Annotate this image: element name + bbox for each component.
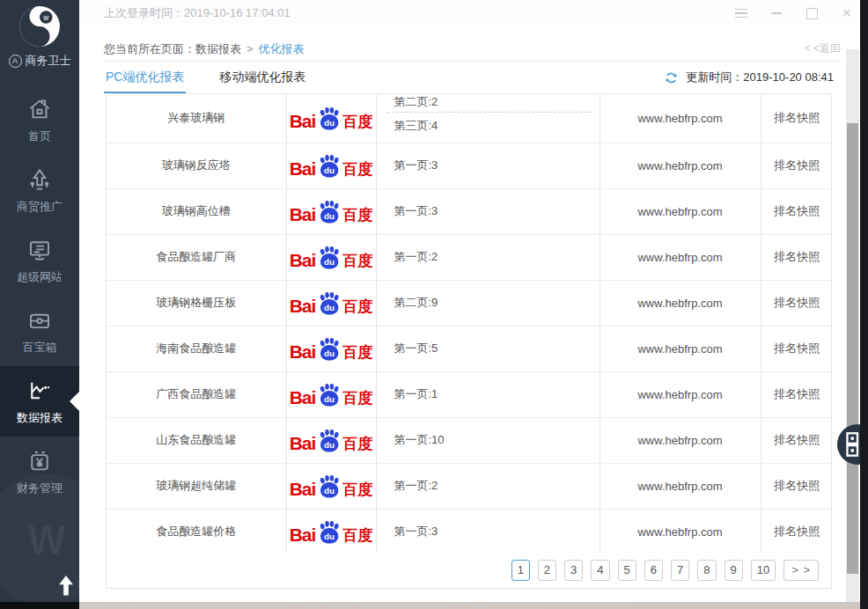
brand-label: 商务卫士 <box>26 53 71 69</box>
scrollbar-track[interactable] <box>846 49 859 602</box>
table-row: 玻璃钢反应塔Baidu百度第一页:3www.hebfrp.com排名快照 <box>107 143 833 188</box>
scrollbar-thumb[interactable] <box>847 123 858 574</box>
rank-cell: 第二页:9 <box>376 280 600 326</box>
snapshot-link[interactable]: 排名快照 <box>761 280 833 326</box>
collapse-up-arrow-icon[interactable] <box>58 576 74 595</box>
sidebar-item-label: 百宝箱 <box>23 340 57 356</box>
baidu-bai-text: Bai <box>290 112 316 130</box>
baidu-bai-text: Bai <box>290 159 316 178</box>
snapshot-link[interactable]: 排名快照 <box>761 371 833 417</box>
table-row: 玻璃钢高位槽Baidu百度第一页:3www.hebfrp.com排名快照 <box>107 188 833 234</box>
page-next-button[interactable]: > > <box>783 560 819 581</box>
sidebar-nav: 首页商贸推广超级网站百宝箱数据报表财务管理 <box>0 84 79 507</box>
page-button-7[interactable]: 7 <box>671 560 689 581</box>
page-button-2[interactable]: 2 <box>538 560 556 581</box>
baidu-paw-icon: du <box>317 154 341 180</box>
screen-edge-right <box>860 0 868 609</box>
sidebar-item-home[interactable]: 首页 <box>0 84 79 155</box>
keyword-cell: 玻璃钢反应塔 <box>107 143 286 188</box>
svg-text:du: du <box>324 117 335 127</box>
breadcrumb-current[interactable]: 优化报表 <box>259 42 305 55</box>
baidu-logo: Baidu百度 <box>290 106 373 130</box>
table-row: 玻璃钢格栅压板Baidu百度第二页:9www.hebfrp.com排名快照 <box>107 280 833 326</box>
baidu-paw-icon: du <box>317 200 341 225</box>
search-engine-cell: Baidu百度 <box>286 234 376 280</box>
baidu-cn-text: 百度 <box>342 208 372 223</box>
last-login-time: 上次登录时间：2019-10-16 17:04:01 <box>104 5 291 21</box>
refresh-icon[interactable] <box>664 70 679 85</box>
table-row: 食品酿造罐厂商Baidu百度第一页:2www.hebfrp.com排名快照 <box>107 234 833 280</box>
snapshot-link[interactable]: 排名快照 <box>761 463 833 509</box>
snapshot-link[interactable]: 排名快照 <box>761 143 833 188</box>
website-cell: www.hebfrp.com <box>600 234 761 280</box>
sidebar-item-promotion[interactable]: 商贸推广 <box>0 155 79 225</box>
snapshot-link[interactable]: 排名快照 <box>761 188 833 234</box>
window-menu-icon[interactable] <box>735 7 747 19</box>
baidu-cn-text: 百度 <box>342 437 372 451</box>
svg-text:du: du <box>324 485 335 495</box>
sidebar-item-label: 商贸推广 <box>17 199 63 215</box>
baidu-bai-text: Bai <box>290 342 316 361</box>
keyword-cell: 海南食品酿造罐 <box>107 326 286 371</box>
page-button-6[interactable]: 6 <box>644 560 663 581</box>
page-button-1[interactable]: 1 <box>511 560 530 581</box>
back-link[interactable]: < <返回 <box>805 41 841 56</box>
snapshot-link[interactable]: 排名快照 <box>761 417 833 463</box>
table-row: 海南食品酿造罐Baidu百度第一页:5www.hebfrp.com排名快照 <box>107 326 833 371</box>
svg-text:du: du <box>324 439 335 449</box>
snapshot-link[interactable]: 排名快照 <box>761 234 833 280</box>
rank-cell: 第一页:10 <box>376 417 600 463</box>
rank-cell: 第一页:3 <box>376 188 600 234</box>
baidu-cn-text: 百度 <box>342 482 372 497</box>
website-cell: www.hebfrp.com <box>600 143 761 188</box>
snapshot-link[interactable]: 排名快照 <box>761 509 833 554</box>
search-engine-cell: Baidu百度 <box>286 509 376 554</box>
website-cell: www.hebfrp.com <box>600 188 761 234</box>
baidu-bai-text: Bai <box>290 388 316 407</box>
sidebar-item-report[interactable]: 数据报表 <box>0 366 79 437</box>
svg-text:du: du <box>324 348 335 357</box>
website-cell: www.hebfrp.com <box>600 280 761 326</box>
window-minimize-icon[interactable] <box>770 7 783 19</box>
keyword-cell: 玻璃钢超纯储罐 <box>107 463 286 509</box>
page-button-8[interactable]: 8 <box>697 560 716 581</box>
baidu-paw-icon: du <box>317 383 341 408</box>
baidu-bai-text: Bai <box>290 297 316 315</box>
tab-pc-report[interactable]: PC端优化报表 <box>104 65 186 93</box>
page-button-3[interactable]: 3 <box>564 560 583 581</box>
main-content: 您当前所在页面：数据报表>优化报表 < <返回 PC端优化报表移动端优化报表 更… <box>79 26 860 602</box>
page-button-5[interactable]: 5 <box>618 560 636 581</box>
window-close-icon[interactable]: × <box>841 7 853 19</box>
search-engine-cell: Baidu百度 <box>286 417 376 463</box>
rank-cell: 第一页:3 <box>376 143 600 188</box>
update-area: 更新时间：2019-10-20 08:41 <box>664 65 834 85</box>
screen-edge-bottom <box>0 602 860 609</box>
page-button-10[interactable]: 10 <box>751 560 776 581</box>
snapshot-link[interactable]: 排名快照 <box>761 326 833 371</box>
snapshot-link[interactable]: 排名快照 <box>761 94 833 143</box>
keyword-cell: 兴泰玻璃钢 <box>107 94 286 143</box>
baidu-bai-text: Bai <box>290 434 316 452</box>
table-row: 山东食品酿造罐Baidu百度第一页:10www.hebfrp.com排名快照 <box>107 417 833 463</box>
finance-icon <box>26 448 53 474</box>
search-engine-cell: Baidu百度 <box>286 188 376 234</box>
breadcrumb: 您当前所在页面：数据报表>优化报表 <box>104 41 305 57</box>
tab-mobile-report[interactable]: 移动端优化报表 <box>217 65 307 93</box>
keyword-cell: 食品酿造罐厂商 <box>107 234 286 280</box>
rank-cell: 第一页:2 <box>376 234 600 280</box>
baidu-cn-text: 百度 <box>342 162 372 177</box>
page-button-4[interactable]: 4 <box>591 560 609 581</box>
page-button-9[interactable]: 9 <box>725 560 743 581</box>
update-time: 更新时间：2019-10-20 08:41 <box>686 70 834 85</box>
baidu-cn-text: 百度 <box>342 391 372 406</box>
keyword-cell: 玻璃钢格栅压板 <box>107 280 286 326</box>
sidebar-item-label: 数据报表 <box>17 410 63 426</box>
sidebar-item-website[interactable]: 超级网站 <box>0 225 79 296</box>
baidu-paw-icon: du <box>317 106 341 132</box>
baidu-cn-text: 百度 <box>342 299 372 314</box>
window-maximize-icon[interactable] <box>805 7 818 19</box>
sidebar-item-label: 首页 <box>28 128 51 144</box>
rank-cell: 第一页:5 <box>376 326 600 371</box>
sidebar-item-toolbox[interactable]: 百宝箱 <box>0 296 79 366</box>
svg-text:du: du <box>324 165 335 174</box>
